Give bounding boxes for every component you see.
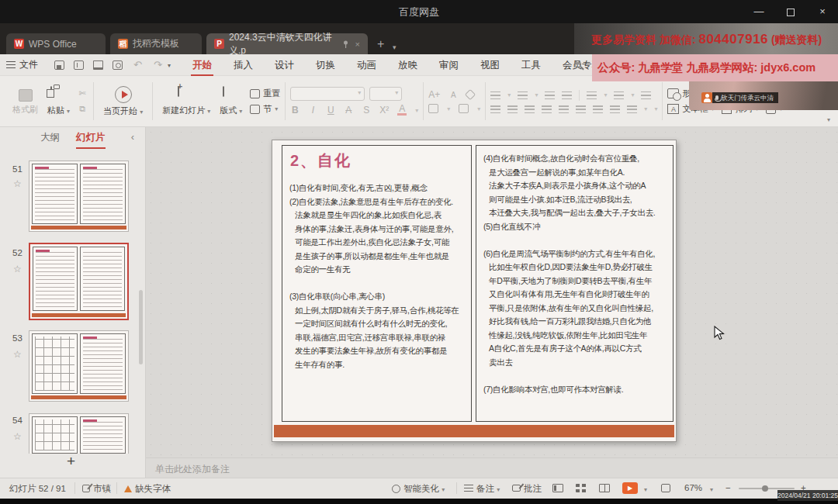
zoom-slider-handle[interactable] — [762, 485, 768, 492]
tab-docer-templates[interactable]: 稻 找稻壳模板 — [110, 33, 202, 54]
save-icon[interactable] — [54, 60, 64, 70]
superscript-button[interactable]: X² — [379, 105, 389, 116]
menu-tools[interactable]: 工具 — [520, 54, 542, 77]
undo-icon[interactable]: ↶ — [133, 59, 142, 71]
maximize-button[interactable] — [775, 0, 806, 23]
font-color-button[interactable]: A — [397, 105, 407, 116]
reset-button[interactable]: 重置 — [250, 88, 280, 99]
decrease-font-button[interactable]: A — [448, 91, 458, 99]
layout-button[interactable]: 版式 ▾ — [215, 85, 247, 118]
highlight-dropdown-icon[interactable]: ▾ — [477, 105, 480, 112]
theme-indicator[interactable]: 市镇 — [82, 483, 111, 495]
comments-button[interactable]: 批注 — [512, 483, 542, 495]
distribute-icon[interactable] — [559, 105, 569, 113]
slide-thumbnail-52-selected[interactable] — [29, 243, 129, 320]
justify-icon[interactable] — [542, 105, 552, 113]
columns-icon[interactable] — [576, 105, 586, 113]
clear-format-icon[interactable] — [465, 89, 476, 100]
underline-button[interactable]: U — [326, 105, 335, 116]
file-menu[interactable]: 文件 — [6, 58, 38, 71]
sidebar-scrollbar[interactable] — [139, 290, 143, 364]
play-dropdown-icon[interactable]: ▾ — [140, 109, 143, 116]
slide-thumbnail-54[interactable] — [29, 413, 129, 454]
notes-bar[interactable]: 单击此处添加备注 — [146, 457, 838, 478]
line-height-dropdown-icon[interactable]: ▾ — [644, 105, 647, 112]
slideshow-play-button[interactable]: ▶ — [622, 482, 638, 494]
italic-button[interactable]: I — [308, 105, 317, 116]
menu-home[interactable]: 开始 — [191, 54, 213, 77]
zoom-out-button[interactable]: − — [725, 483, 731, 492]
align-objects-dropdown-icon[interactable]: ▾ — [654, 105, 657, 112]
font-size-select[interactable] — [369, 87, 402, 101]
align-left-icon[interactable] — [490, 105, 500, 113]
section-dropdown-icon[interactable]: ▾ — [275, 105, 278, 112]
add-slide-button[interactable]: + — [67, 453, 75, 470]
numbered-list-icon[interactable] — [518, 91, 528, 99]
slide-thumbnail-53[interactable] — [29, 330, 129, 402]
bullet-dropdown-icon[interactable]: ▾ — [507, 91, 511, 98]
para-spacing-after-icon[interactable] — [610, 105, 620, 113]
line-spacing-dropdown-icon[interactable]: ▾ — [631, 91, 634, 98]
menu-insert[interactable]: 插入 — [232, 54, 255, 77]
slide-thumbnail-51[interactable] — [29, 161, 129, 232]
fullscreen-icon[interactable] — [661, 484, 670, 492]
play-from-current-button[interactable]: 当页开始 ▾ — [99, 85, 147, 119]
text-direction-dropdown-icon[interactable]: ▾ — [604, 91, 607, 98]
menu-design[interactable]: 设计 — [273, 54, 296, 77]
tab-slides[interactable]: 幻灯片 — [76, 131, 106, 149]
new-slide-button[interactable]: 新建幻灯片 ▾ — [158, 85, 215, 118]
zoom-level[interactable]: 67% — [684, 483, 702, 492]
menu-transitions[interactable]: 切换 — [314, 54, 337, 77]
smartart-convert-icon[interactable] — [641, 91, 651, 99]
format-painter-button[interactable]: 格式刷 — [8, 85, 43, 117]
line-spacing-icon[interactable] — [614, 91, 624, 99]
slide-star-icon[interactable]: ☆ — [13, 264, 22, 274]
font-family-select[interactable] — [290, 87, 365, 101]
normal-view-button[interactable] — [552, 484, 563, 492]
smart-beautify-button[interactable]: 智能美化 ▾ — [392, 483, 445, 495]
reading-view-button[interactable] — [599, 484, 610, 492]
zoom-slider[interactable] — [739, 488, 795, 489]
layout-dropdown-icon[interactable]: ▾ — [239, 108, 242, 115]
para-spacing-before-icon[interactable] — [593, 105, 603, 113]
copy-icon[interactable]: ⧉ — [76, 103, 88, 115]
line-height-icon[interactable] — [627, 105, 637, 113]
slide-canvas[interactable]: 2、自化 (1)自化有时间,变化,有无,吉凶,更替,概念 (2)自化要法象,法象… — [272, 140, 677, 442]
notes-dropdown-icon[interactable]: ▾ — [497, 486, 500, 493]
slide-star-icon[interactable]: ☆ — [13, 178, 22, 189]
beautify-dropdown-icon[interactable]: ▾ — [442, 486, 445, 493]
tab-presentation-active[interactable]: P 2024.3云中清钦天四化讲义.p × — [206, 33, 368, 54]
slideshow-dropdown-icon[interactable]: ▾ — [644, 486, 647, 493]
slide-right-textbox[interactable]: (4)自化有时间概念,故自化动时会有宫位重叠, 是大运叠宫一起解说的事,如某年自… — [476, 145, 674, 422]
highlight-icon[interactable] — [459, 104, 469, 113]
menu-review[interactable]: 审阅 — [438, 54, 460, 77]
paste-button[interactable]: 粘贴 ▾ — [43, 85, 74, 118]
new-tab-button[interactable]: + — [377, 37, 384, 51]
panel-collapse-icon[interactable]: ‹ — [131, 131, 134, 143]
minimize-button[interactable]: — — [743, 0, 774, 23]
align-right-icon[interactable] — [525, 105, 535, 113]
paste-dropdown-icon[interactable]: ▾ — [67, 108, 70, 115]
bold-button[interactable]: B — [290, 105, 300, 116]
redo-dropdown-icon[interactable]: ▾ — [168, 62, 171, 69]
shadow-button[interactable]: S — [362, 105, 371, 116]
align-center-icon[interactable] — [507, 105, 518, 113]
strikethrough-button[interactable]: A — [344, 105, 353, 116]
cut-icon[interactable]: ✄ — [76, 88, 88, 99]
print-icon[interactable] — [93, 60, 103, 70]
missing-font-warning[interactable]: 缺失字体 — [124, 483, 171, 495]
menu-slideshow[interactable]: 放映 — [396, 54, 419, 77]
text-effects-dropdown-icon[interactable]: ▾ — [447, 105, 450, 112]
ribbon-collapse-icon[interactable]: ▾ — [827, 116, 830, 123]
text-effects-icon[interactable] — [428, 104, 438, 113]
print-preview-icon[interactable] — [113, 60, 123, 70]
export-icon[interactable] — [74, 60, 84, 70]
number-dropdown-icon[interactable]: ▾ — [535, 91, 538, 98]
bullet-list-icon[interactable] — [490, 91, 500, 99]
slide-star-icon[interactable]: ☆ — [13, 431, 22, 442]
tab-wps-office[interactable]: W WPS Office — [6, 33, 106, 54]
section-button[interactable]: 节 ▾ — [250, 103, 280, 115]
decrease-indent-icon[interactable] — [545, 91, 555, 99]
increase-indent-icon[interactable] — [562, 91, 572, 99]
tab-list-dropdown-icon[interactable]: ▾ — [393, 43, 396, 51]
